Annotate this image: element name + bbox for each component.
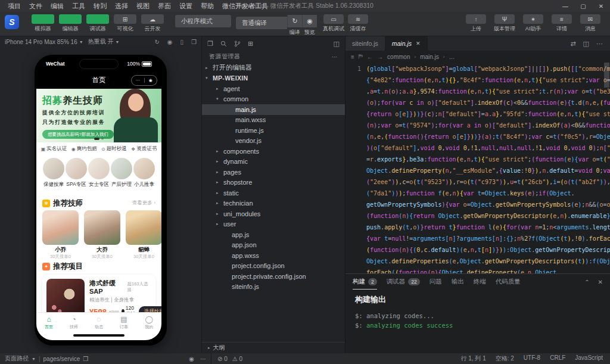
technician-card[interactable]: 小乔 30天接单0 [42,210,79,259]
tree-item[interactable]: project.private.config.json [202,271,345,282]
technician-photo[interactable] [42,210,79,245]
minimize-button[interactable]: — [556,0,574,12]
toolbar-action-button[interactable]: ↑ 上传 [462,13,490,33]
compare-icon[interactable]: ⇄ [570,40,575,48]
tree-arrow-icon[interactable]: ▸ [216,201,223,206]
simulator-tool-icon[interactable]: ▯ [180,39,184,45]
code-editor[interactable]: 1 (global["webpackJsonp"]=global["webpac… [346,63,610,273]
git-branch-icon[interactable] [234,41,241,47]
breadcrumb-folder[interactable]: common [387,54,410,60]
eye-icon[interactable]: ◉ [189,356,194,362]
breadcrumb-file[interactable]: main.js [420,54,439,60]
build-panel-tab[interactable]: 构建 2 [353,274,377,290]
panel-toggle-button[interactable]: 调试器 [85,13,111,33]
toolbar-action-icon[interactable]: ✶ [523,14,543,24]
tree-item[interactable]: ▸ agent [202,83,345,94]
tree-item[interactable]: runtime.js [202,125,345,136]
panel-toggle-icon[interactable] [32,14,54,24]
editor-scrollbar[interactable] [604,63,609,88]
collapse-panel-icon[interactable]: ⌃ [584,279,589,285]
tree-arrow-icon[interactable]: ▸ [216,159,223,164]
copy-icon[interactable]: ❐ [83,356,88,362]
status-item[interactable]: 空格: 2 [496,354,514,363]
bookmark-icon[interactable]: ⛿ [359,53,363,60]
page-path-value[interactable]: pages/service [43,356,80,362]
choose-technician-button[interactable]: 选择技师 [139,306,161,312]
files-icon[interactable]: ❐ [207,40,213,48]
category-photo[interactable] [133,158,155,179]
menu-item[interactable]: 视图 [132,2,154,11]
tree-item[interactable]: main.js [202,104,345,115]
status-item[interactable]: 行 1, 列 1 [460,354,485,363]
category-item[interactable]: SPA专区 [65,158,88,196]
toolbar-action-icon[interactable]: ✉ [580,14,600,24]
tree-item[interactable]: ▸ static [202,188,345,198]
tree-arrow-icon[interactable]: ▸ [216,191,223,195]
tree-item[interactable]: vendor.js [202,136,345,147]
toolbar-action-button[interactable]: ≡ 详情 [548,13,575,33]
category-photo[interactable] [88,158,110,179]
more-icon[interactable]: ⋯ [200,356,206,362]
tabbar-item[interactable]: ◔ 技师 [61,313,86,333]
panel-toggle-icon[interactable] [59,14,82,24]
simulator-tool-icon[interactable]: ◉ [167,39,173,45]
panel-layout-icon[interactable]: ◫ [334,40,340,48]
tree-item[interactable]: app.json [202,240,345,251]
menu-item[interactable]: 微信开发者工具 [218,2,272,11]
menu-item[interactable]: 帮助 [197,2,218,11]
status-item[interactable]: CRLF [550,354,565,363]
project-card[interactable]: 港式舒缓SAP 超163人选择 精油养生 | 全身推拿 ¥598 ¥798 12… [42,275,155,312]
maximize-button[interactable]: ▢ [574,0,592,12]
menu-item[interactable]: 界面 [154,2,175,11]
tree-arrow-icon[interactable]: ▸ [216,211,223,216]
tree-item[interactable]: ▸ 打开的编辑器 [202,63,345,73]
panel-toggle-icon[interactable]: ⊞ [114,14,136,24]
explorer-more-icon[interactable]: ⋯ [332,54,338,60]
category-item[interactable]: 小儿推拿 [133,158,155,196]
close-button[interactable]: ✕ [592,0,610,12]
status-item[interactable]: JavaScript [575,354,603,363]
tree-item[interactable]: project.config.json [202,261,345,272]
technician-photo[interactable] [84,210,120,245]
tree-item[interactable]: ▸ shopstore [202,178,345,188]
tree-arrow-icon[interactable]: ▸ [216,86,223,91]
menu-item[interactable]: 文件 [25,2,46,11]
category-item[interactable]: 保健按摩 [42,158,65,196]
category-photo[interactable] [111,158,132,179]
tree-item[interactable]: app.js [202,229,345,240]
editor-tab[interactable]: main.js ✕ [385,36,428,51]
tree-item[interactable]: ▸ pages [202,167,345,178]
clear-cache-button[interactable]: ≋ [348,14,368,24]
outline-list-icon[interactable]: ≡ [351,54,354,60]
tree-arrow-icon[interactable]: ▸ [216,180,223,185]
close-panel-icon[interactable]: ✕ [598,279,603,285]
tree-item[interactable]: app.wxss [202,250,345,261]
menu-item[interactable]: 项目 [4,2,25,11]
menu-item[interactable]: 转到 [89,2,111,11]
preview-button[interactable]: ◉ [302,15,317,27]
tree-item[interactable]: ▾ MP-WEIXIN [202,73,345,84]
search-icon[interactable] [220,41,227,47]
close-tab-icon[interactable]: ✕ [416,41,421,46]
outline-section[interactable]: ▸ 大纲 [202,342,345,353]
tree-arrow-icon[interactable]: ▸ [216,170,223,175]
code-content[interactable]: (global["webpackJsonp"]=global["webpackJ… [366,63,610,273]
tree-item[interactable]: siteinfo.js [202,282,345,293]
toolbar-action-button[interactable]: ✉ 消息 [577,13,604,33]
more-actions-icon[interactable]: ⋯ [596,40,603,48]
more-icon[interactable]: ⋯ [132,78,145,83]
tree-item[interactable]: ▸ dynamic [202,157,345,167]
tabbar-item[interactable]: ⌂ 首页 [36,313,61,333]
real-device-debug-button[interactable]: ▭ [323,14,344,24]
build-panel-tab[interactable]: 代码质量 [496,274,521,290]
tree-item[interactable]: ▾ common [202,94,345,105]
menu-item[interactable]: 选择 [111,2,132,11]
tree-item[interactable]: ▸ technician [202,198,345,209]
split-editor-icon[interactable]: ◫ [583,40,589,48]
tabbar-item[interactable]: ▤ 订单 [111,313,136,333]
technician-card[interactable]: 大乔 30天接单0 [84,210,120,259]
tree-arrow-icon[interactable]: ▸ [216,222,223,226]
editor-tab[interactable]: siteinfo.js [346,36,385,51]
technician-photo[interactable] [126,210,161,245]
tabbar-item[interactable]: ◯ 我的 [136,313,161,333]
